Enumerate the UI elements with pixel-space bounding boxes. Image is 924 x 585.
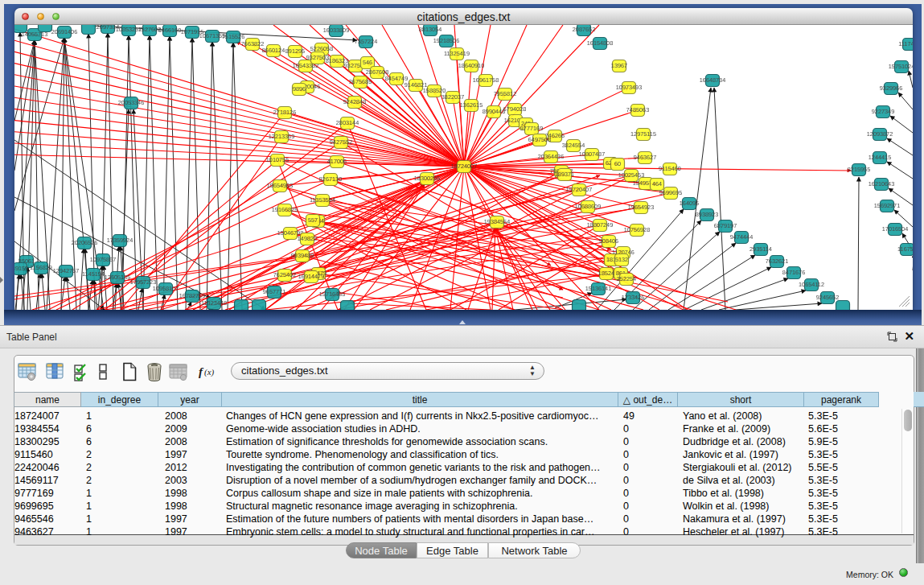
svg-text:3824554: 3824554 [562,142,585,149]
svg-text:19166825: 19166825 [272,206,298,213]
svg-text:9939489: 9939489 [291,252,314,259]
svg-text:9699695: 9699695 [659,189,682,196]
svg-text:18524: 18524 [598,270,614,277]
svg-text:8267130: 8267130 [319,175,342,183]
svg-text:19654983: 19654983 [267,182,293,189]
svg-text:1117474: 1117474 [898,40,913,47]
svg-text:8471676: 8471676 [782,269,805,276]
svg-text:417006: 417006 [327,158,347,165]
svg-text:7625402: 7625402 [273,271,296,278]
svg-text:9245652: 9245652 [816,294,839,301]
svg-text:1010755: 1010755 [266,156,289,163]
svg-text:557: 557 [308,216,318,224]
svg-text:546: 546 [363,59,372,66]
svg-text:20364436: 20364436 [538,153,564,160]
svg-text:10973493: 10973493 [616,84,642,91]
svg-text:39159: 39159 [14,265,28,272]
svg-text:10975867: 10975867 [90,256,116,263]
svg-text:8660124: 8660124 [262,47,285,54]
svg-text:12942757: 12942757 [53,267,79,274]
svg-text:18300295: 18300295 [414,175,440,182]
svg-text:15720407: 15720407 [566,186,592,193]
svg-text:9427552: 9427552 [330,138,352,146]
svg-text:1362615: 1362615 [460,101,483,109]
svg-text:15136141: 15136141 [585,285,611,292]
svg-text:16961758: 16961758 [473,76,499,84]
svg-text:20206526: 20206526 [72,239,97,246]
svg-text:149822: 149822 [298,235,317,242]
svg-text:5132: 5132 [615,256,628,263]
svg-text:10958107: 10958107 [153,285,179,292]
svg-text:17359924: 17359924 [107,237,133,244]
svg-text:1733426: 1733426 [622,294,644,301]
svg-text:9115460: 9115460 [659,165,681,172]
svg-text:11923448: 11923448 [201,299,227,307]
svg-text:7357224: 7357224 [355,38,377,45]
svg-text:9896: 9896 [293,85,306,93]
svg-text:9227349: 9227349 [872,108,894,115]
svg-text:16648784: 16648784 [700,76,725,84]
svg-text:8813054: 8813054 [419,26,441,33]
svg-text:8215955: 8215955 [848,166,870,173]
svg-text:16154808: 16154808 [587,39,613,47]
svg-text:9777169: 9777169 [520,125,543,132]
svg-text:7632621: 7632621 [766,257,788,265]
svg-text:464: 464 [652,180,662,187]
svg-text:2803144: 2803144 [336,119,359,126]
svg-text:908406: 908406 [599,237,618,245]
svg-text:6497508: 6497508 [528,136,551,143]
svg-text:15692971: 15692971 [874,202,900,209]
svg-text:(x): (x) [204,367,215,377]
svg-text:10756928: 10756928 [624,226,650,233]
svg-text:252254: 252254 [617,275,636,282]
svg-text:60: 60 [614,160,621,167]
svg-text:891295: 891295 [285,47,305,55]
svg-text:12213369: 12213369 [269,133,294,140]
svg-text:17016504: 17016504 [882,225,908,233]
svg-text:18724007: 18724007 [451,163,477,170]
svg-text:189371: 189371 [555,171,574,178]
svg-text:9329966: 9329966 [880,84,902,92]
svg-text:1156829: 1156829 [30,264,52,271]
svg-text:10688609: 10688609 [575,203,601,210]
svg-text:11353594: 11353594 [310,196,335,204]
svg-text:6794028: 6794028 [503,105,526,113]
svg-text:9474444: 9474444 [730,233,753,241]
svg-text:8990448: 8990448 [483,108,505,115]
svg-text:7485063: 7485063 [626,106,649,113]
svg-text:16210643: 16210643 [869,180,894,187]
svg-text:3822037: 3822037 [441,93,464,101]
svg-text:20691406: 20691406 [51,28,77,35]
svg-text:16033809: 16033809 [323,27,349,34]
svg-text:2087652: 2087652 [573,26,595,33]
svg-text:7955812: 7955812 [494,90,516,97]
svg-text:12505135: 12505135 [105,274,130,281]
svg-text:19218506: 19218506 [433,37,459,44]
svg-text:7663822: 7663822 [241,40,264,47]
svg-text:7515526: 7515526 [222,33,244,40]
svg-text:9657771: 9657771 [263,288,285,295]
svg-text:10654112: 10654112 [799,281,824,288]
svg-text:164095: 164095 [680,200,699,207]
svg-text:8938923: 8938923 [696,211,718,218]
svg-text:6466160: 6466160 [158,27,181,34]
svg-text:10807487: 10807487 [579,150,605,158]
svg-text:19654923: 19654923 [628,204,654,211]
svg-text:9242848: 9242848 [343,98,366,105]
svg-text:18640910: 18640910 [458,62,484,69]
svg-text:20053346: 20053346 [118,99,144,106]
svg-text:11325419: 11325419 [444,50,470,57]
svg-text:6879197: 6879197 [714,222,737,229]
svg-text:19384554: 19384554 [484,218,510,225]
svg-text:16914479: 16914479 [298,273,324,280]
svg-text:15716485: 15716485 [319,290,345,298]
svg-text:f: f [199,365,204,378]
svg-text:1145194: 1145194 [82,270,105,278]
svg-text:2718126: 2718126 [273,109,296,116]
svg-text:12093872: 12093872 [867,130,893,138]
svg-text:15751024: 15751024 [889,63,913,70]
svg-text:12975115: 12975115 [630,130,656,138]
svg-text:18807249: 18807249 [587,221,613,229]
svg-text:116753: 116753 [897,245,913,253]
svg-text:9463627: 9463627 [634,154,656,161]
